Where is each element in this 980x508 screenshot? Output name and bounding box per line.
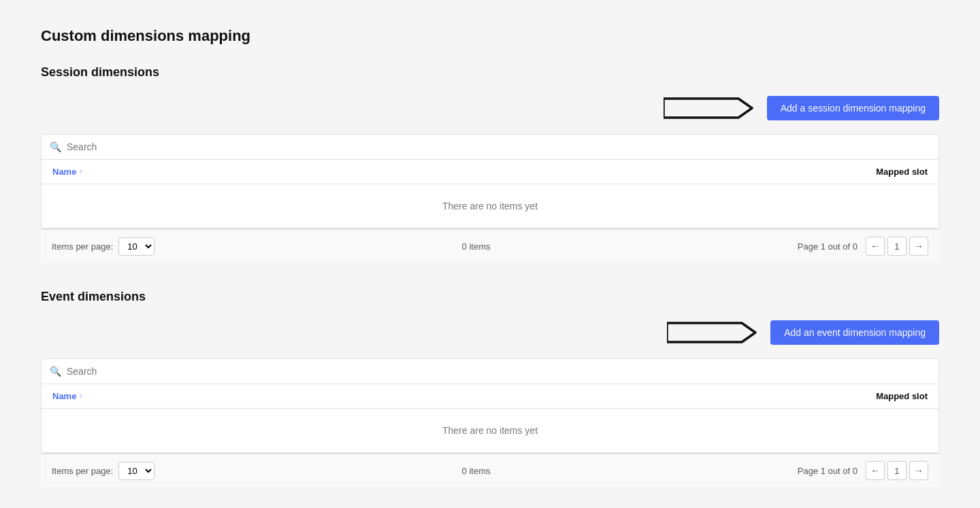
event-sort-icon: ↑ bbox=[79, 392, 82, 400]
event-items-per-page: Items per page: 10 25 50 bbox=[52, 462, 154, 480]
session-pagination-controls: Page 1 out of 0 ← 1 → bbox=[798, 237, 928, 256]
session-table-header: Name ↑ Mapped slot bbox=[42, 160, 938, 184]
event-table-header: Name ↑ Mapped slot bbox=[42, 384, 938, 409]
event-next-page-button[interactable]: → bbox=[909, 461, 928, 480]
event-table-container: 🔍 Name ↑ Mapped slot There are no items … bbox=[41, 358, 939, 454]
event-page-number: 1 bbox=[887, 461, 906, 480]
event-prev-page-button[interactable]: ← bbox=[866, 461, 885, 480]
event-dimensions-section: Event dimensions Add an event dimension … bbox=[41, 290, 939, 487]
event-button-row: Add an event dimension mapping bbox=[41, 318, 939, 348]
session-button-row: Add a session dimension mapping bbox=[41, 93, 939, 123]
session-page-info: Page 1 out of 0 bbox=[798, 241, 858, 252]
session-col-mapped: Mapped slot bbox=[876, 167, 928, 177]
event-items-count: 0 items bbox=[462, 466, 491, 476]
svg-marker-0 bbox=[664, 99, 752, 118]
session-per-page-select[interactable]: 10 25 50 bbox=[118, 237, 154, 256]
session-page-number: 1 bbox=[887, 237, 906, 256]
page-container: Custom dimensions mapping Session dimens… bbox=[0, 0, 980, 508]
session-search-input[interactable] bbox=[67, 141, 930, 152]
session-sort-icon: ↑ bbox=[79, 168, 82, 175]
session-items-per-page: Items per page: 10 25 50 bbox=[52, 237, 154, 256]
event-col-mapped: Mapped slot bbox=[876, 391, 928, 401]
session-empty-message: There are no items yet bbox=[42, 184, 938, 228]
add-event-dimension-button[interactable]: Add an event dimension mapping bbox=[770, 320, 939, 345]
event-arrow-annotation bbox=[667, 318, 762, 348]
session-search-icon: 🔍 bbox=[50, 141, 61, 152]
session-prev-page-button[interactable]: ← bbox=[866, 237, 885, 256]
svg-marker-1 bbox=[667, 323, 755, 342]
event-pagination-row: Items per page: 10 25 50 0 items Page 1 … bbox=[41, 454, 939, 487]
event-page-info: Page 1 out of 0 bbox=[798, 466, 858, 476]
event-empty-message: There are no items yet bbox=[42, 409, 938, 453]
event-col-name[interactable]: Name ↑ bbox=[52, 391, 82, 401]
event-section-title: Event dimensions bbox=[41, 290, 939, 304]
session-table-container: 🔍 Name ↑ Mapped slot There are no items … bbox=[41, 134, 939, 229]
event-search-icon: 🔍 bbox=[50, 366, 61, 377]
session-dimensions-section: Session dimensions Add a session dimensi… bbox=[41, 65, 939, 263]
event-search-row: 🔍 bbox=[42, 359, 938, 384]
page-title: Custom dimensions mapping bbox=[41, 27, 939, 45]
session-pagination-row: Items per page: 10 25 50 0 items Page 1 … bbox=[41, 229, 939, 263]
event-pagination-controls: Page 1 out of 0 ← 1 → bbox=[798, 461, 928, 480]
session-items-count: 0 items bbox=[462, 241, 491, 252]
event-per-page-select[interactable]: 10 25 50 bbox=[118, 462, 154, 480]
session-next-page-button[interactable]: → bbox=[909, 237, 928, 256]
session-col-name[interactable]: Name ↑ bbox=[52, 167, 82, 177]
session-section-title: Session dimensions bbox=[41, 65, 939, 80]
add-session-dimension-button[interactable]: Add a session dimension mapping bbox=[767, 96, 939, 120]
session-arrow-annotation bbox=[664, 93, 759, 123]
event-search-input[interactable] bbox=[67, 366, 930, 377]
session-search-row: 🔍 bbox=[42, 135, 938, 160]
